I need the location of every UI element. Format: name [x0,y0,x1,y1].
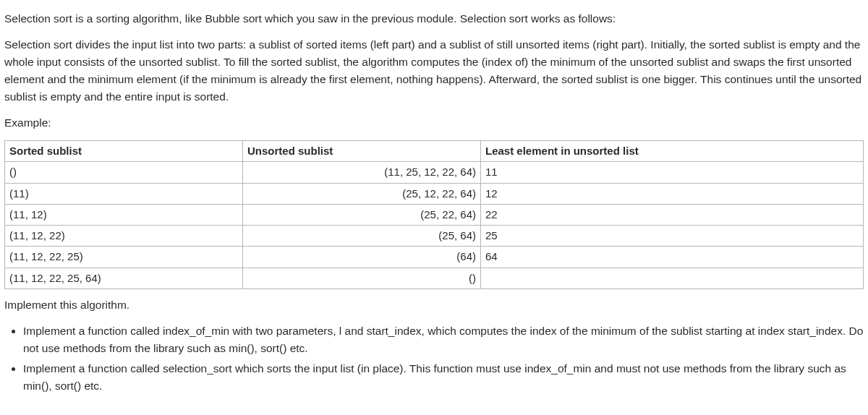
table-row: ()(11, 25, 12, 22, 64)11 [5,162,864,183]
cell-sorted: (11, 12) [5,204,243,225]
cell-unsorted: () [243,268,481,288]
cell-unsorted: (25, 22, 64) [243,204,481,225]
cell-sorted: (11, 12, 22, 25) [5,247,243,268]
table-header-row: Sorted sublist Unsorted sublist Least el… [5,141,864,162]
cell-least [481,268,864,288]
cell-sorted: () [5,162,243,183]
cell-unsorted: (64) [243,247,481,268]
header-sorted: Sorted sublist [5,141,243,162]
list-item: Implement a function called index_of_min… [23,322,864,357]
cell-unsorted: (11, 25, 12, 22, 64) [243,162,481,183]
table-row: (11, 12, 22)(25, 64)25 [5,226,864,247]
cell-least: 25 [481,226,864,247]
implement-line: Implement this algorithm. [4,296,864,314]
cell-least: 22 [481,204,864,225]
cell-unsorted: (25, 12, 22, 64) [243,183,481,204]
cell-least: 12 [481,183,864,204]
table-row: (11)(25, 12, 22, 64)12 [5,183,864,204]
cell-least: 64 [481,247,864,268]
example-label: Example: [4,114,864,132]
cell-sorted: (11) [5,183,243,204]
cell-sorted: (11, 12, 22) [5,226,243,247]
cell-least: 11 [481,162,864,183]
cell-sorted: (11, 12, 22, 25, 64) [5,268,243,288]
list-item: Implement a function called selection_so… [23,360,864,395]
intro-paragraph-2: Selection sort divides the input list in… [4,36,864,106]
cell-unsorted: (25, 64) [243,226,481,247]
task-list: Implement a function called index_of_min… [4,322,864,395]
header-unsorted: Unsorted sublist [243,141,481,162]
table-row: (11, 12, 22, 25, 64)() [5,268,864,288]
table-row: (11, 12)(25, 22, 64)22 [5,204,864,225]
intro-paragraph-1: Selection sort is a sorting algorithm, l… [4,10,864,27]
table-row: (11, 12, 22, 25)(64)64 [5,247,864,268]
header-least: Least element in unsorted list [481,141,864,162]
selection-sort-table: Sorted sublist Unsorted sublist Least el… [4,140,864,289]
